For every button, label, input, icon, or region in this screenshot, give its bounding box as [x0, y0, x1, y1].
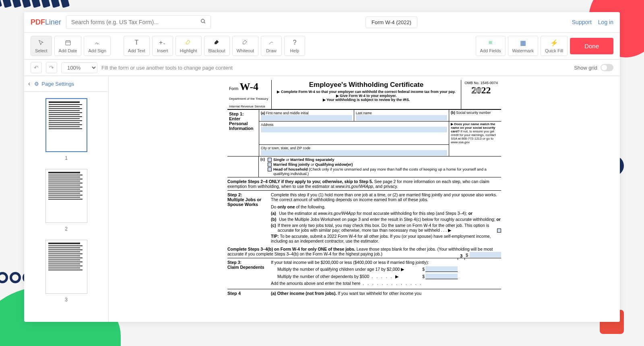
step3-heading: Step 3: — [227, 260, 242, 265]
search-icon[interactable] — [200, 19, 206, 26]
step2-checkbox[interactable] — [497, 229, 501, 233]
step3-children-input[interactable] — [425, 266, 458, 272]
omb-number: OMB No. 1545-0074 — [463, 81, 500, 85]
s2a-post: for most accurate withholding for this s… — [355, 211, 468, 216]
instr1d: , and privacy. — [373, 184, 398, 189]
step1-c: (c) — [260, 157, 265, 161]
tip-label: TIP: — [271, 234, 279, 239]
cb2a: Married filing jointly — [273, 162, 310, 167]
thumbnail-3[interactable]: 3 — [44, 240, 88, 303]
ssn-label: Social security number — [456, 111, 491, 115]
insert-label: Insert — [157, 48, 168, 53]
insert-tool[interactable]: + ⌄ Insert — [152, 36, 173, 56]
help-label: Help — [290, 48, 299, 53]
text-icon: T — [132, 39, 140, 47]
cb2c: Qualifying widow(er) — [315, 162, 353, 167]
whiteout-tool[interactable]: Whiteout — [232, 36, 258, 56]
sidebar: ‹ ⚙ Page Settings 1 2 3 — [24, 76, 109, 322]
redo-button[interactable]: ↷ — [46, 62, 57, 73]
step3-line2-pre: Multiply the number of other dependents … — [277, 274, 369, 279]
main-area: ‹ ⚙ Page Settings 1 2 3 — [24, 76, 620, 322]
select-label: Select — [35, 48, 47, 53]
blackout-label: Blackout — [208, 48, 225, 53]
page-settings-button[interactable]: ⚙ Page Settings — [34, 81, 74, 87]
show-grid-label: Show grid — [574, 65, 597, 71]
draw-label: Draw — [266, 48, 277, 53]
draw-tool[interactable]: Draw — [261, 36, 282, 56]
step1-heading: Step 1: — [229, 111, 244, 116]
thumbnail-1[interactable]: 1 — [44, 98, 88, 161]
ssa-link: www.ssa.gov. — [451, 140, 470, 144]
step3-dependents-input[interactable] — [425, 274, 458, 279]
cb1b: or — [285, 157, 291, 162]
s2a-or: or — [468, 211, 473, 216]
step3-sub: Claim Dependents — [227, 265, 264, 270]
checkbox-head-household[interactable] — [268, 167, 272, 171]
header-links: Support Log in — [572, 19, 613, 25]
form-number: W-4 — [239, 81, 258, 93]
toolbar: Select Add Date Add Sign T Add Text + ⌄ … — [24, 33, 620, 60]
dollar-3: $ — [466, 253, 468, 257]
undo-button[interactable]: ↶ — [31, 62, 42, 73]
year-20: 20 — [472, 85, 481, 95]
highlight-label: Highlight — [180, 48, 197, 53]
add-text-tool[interactable]: T Add Text — [124, 36, 150, 56]
checkbox-single[interactable] — [268, 158, 272, 162]
address-label: Address — [261, 123, 273, 127]
svg-rect-2 — [66, 41, 70, 45]
step2: Step 2: Multiple Jobs or Spouse Works Co… — [227, 191, 501, 245]
login-link[interactable]: Log in — [598, 19, 613, 25]
plus-icon: + ⌄ — [159, 39, 167, 47]
city-input[interactable] — [261, 150, 447, 156]
step3: Step 3: Claim Dependents If your total i… — [227, 258, 501, 289]
dollar-2: $ — [422, 274, 425, 279]
s2b-or: or — [496, 217, 501, 222]
show-grid-toggle[interactable] — [601, 64, 613, 71]
logo[interactable]: PDFLiner — [31, 18, 61, 27]
help-tool[interactable]: ? Help — [284, 36, 305, 56]
step2-sub: Multiple Jobs or Spouse Works — [227, 197, 268, 207]
address-input[interactable] — [261, 127, 447, 132]
support-link[interactable]: Support — [572, 19, 592, 25]
form-label: Form — [229, 86, 238, 91]
step3-line1: Multiply the number of qualifying childr… — [277, 267, 421, 272]
step3-total-input[interactable] — [470, 252, 501, 257]
logo-p: P — [31, 18, 35, 26]
highlight-icon — [184, 39, 192, 47]
add-sign-label: Add Sign — [88, 48, 106, 53]
first-name-input[interactable] — [261, 115, 352, 121]
add-fields-tool[interactable]: ≡ Add Fields — [476, 36, 506, 56]
add-date-tool[interactable]: Add Date — [54, 36, 82, 56]
last-name-input[interactable] — [356, 115, 447, 121]
dept-irs: Internal Revenue Service — [229, 105, 270, 108]
step1: Step 1: Enter Personal Information (a) F… — [227, 110, 501, 157]
instr2a: Complete Steps 3–4(b) on Form W-4 for on… — [227, 247, 355, 251]
document-title: Form W-4 (2022) — [365, 16, 417, 28]
highlight-tool[interactable]: Highlight — [175, 36, 202, 56]
form-bullet-2: ▶ Give Form W-4 to your employer. — [336, 94, 396, 98]
select-tool[interactable]: Select — [31, 36, 52, 56]
step2-heading: Step 2: — [227, 192, 268, 197]
collapse-sidebar-button[interactable]: ‹ — [28, 80, 30, 87]
quick-fill-tool[interactable]: ⚡ Quick Fill — [541, 36, 568, 56]
search-input[interactable] — [66, 15, 211, 29]
sign-icon — [93, 39, 101, 47]
bolt-icon: ⚡ — [550, 39, 558, 47]
document-viewer[interactable]: Form W-4 Department of the Treasury Inte… — [109, 76, 620, 322]
step2-intro: Complete this step if you (1) hold more … — [271, 192, 501, 202]
form-bullet-3: ▶ Your withholding is subject to review … — [323, 98, 410, 102]
form-w4-page: Form W-4 Department of the Treasury Inte… — [219, 76, 509, 300]
search-wrap — [66, 15, 211, 29]
done-button[interactable]: Done — [570, 38, 613, 54]
blackout-tool[interactable]: Blackout — [204, 36, 230, 56]
add-sign-tool[interactable]: Add Sign — [84, 36, 111, 56]
year-22: 22 — [481, 85, 491, 95]
cb1c: Married filing separately — [290, 157, 334, 162]
s2-oo-bold: only one — [277, 204, 295, 209]
watermark-tool[interactable]: ▦ Watermark — [508, 36, 538, 56]
thumb-2-number: 2 — [44, 226, 88, 232]
thumbnail-2[interactable]: 2 — [44, 169, 88, 232]
zoom-select[interactable]: 100% — [61, 62, 97, 73]
checkbox-married-jointly[interactable] — [268, 163, 272, 167]
instruction-1: Complete Steps 2–4 ONLY if they apply to… — [227, 177, 501, 191]
